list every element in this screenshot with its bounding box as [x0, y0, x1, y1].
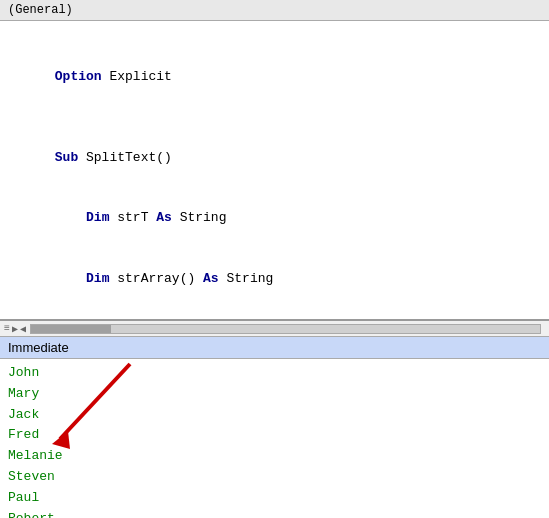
code-area: Option Explicit Sub SplitText() Dim strT… [0, 21, 549, 321]
immediate-label: Immediate [8, 340, 69, 355]
immediate-header: Immediate [0, 337, 549, 359]
code-line-dim2: Dim strArray() As String [0, 249, 549, 309]
output-line-robert: Robert [8, 509, 541, 518]
immediate-area: John Mary Jack Fred Melanie Steven Paul … [0, 359, 549, 518]
output-line-mary: Mary [8, 384, 541, 405]
output-line-john: John [8, 363, 541, 384]
title-bar: (General) [0, 0, 549, 21]
code-line-sub: Sub SplitText() [0, 128, 549, 188]
output-line-jack: Jack [8, 405, 541, 426]
scrollbar-row: ≡ ▶ ◀ [0, 321, 549, 337]
code-line-dim3: Dim name As Variant [0, 309, 549, 321]
left-arrow-icon[interactable]: ◀ [20, 323, 26, 335]
h-scrollbar[interactable] [30, 324, 541, 334]
align-left-icon[interactable]: ≡ [4, 323, 10, 334]
output-line-paul: Paul [8, 488, 541, 509]
title-label: (General) [8, 3, 73, 17]
code-line-option: Option Explicit [0, 47, 549, 107]
output-line-melanie: Melanie [8, 446, 541, 467]
output-line-steven: Steven [8, 467, 541, 488]
code-line-dim1: Dim strT As String [0, 188, 549, 248]
output-line-fred: Fred [8, 425, 541, 446]
indent-icon[interactable]: ▶ [12, 323, 18, 335]
